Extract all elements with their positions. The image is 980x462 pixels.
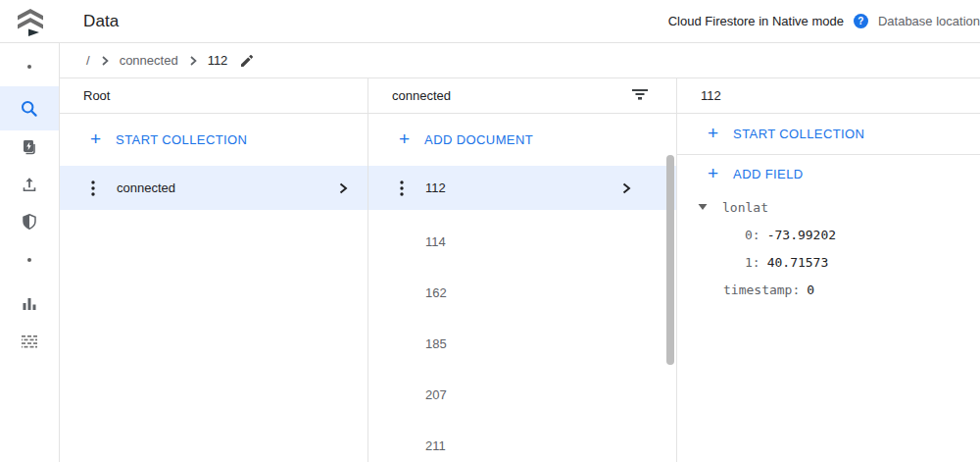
help-icon[interactable]: ? (854, 14, 868, 28)
document-row[interactable]: 162 (368, 267, 676, 318)
breadcrumb-root[interactable]: / (86, 53, 90, 68)
document-id: 112 (425, 180, 446, 195)
plus-icon: + (708, 163, 718, 184)
nav-dot-icon[interactable] (0, 47, 59, 86)
nav-extensions-item[interactable] (0, 322, 59, 361)
field-key: lonlat (722, 200, 768, 215)
panel-document-title: 112 (701, 88, 721, 103)
pencil-icon (239, 53, 255, 69)
firestore-logo (0, 4, 60, 39)
panel-document-header: 112 (677, 78, 980, 114)
breadcrumb-document[interactable]: 112 (208, 53, 228, 68)
body: / connected 112 (0, 43, 980, 462)
dot-icon (27, 65, 31, 69)
content: / connected 112 (60, 43, 980, 462)
edit-path-button[interactable] (239, 53, 255, 69)
document-list: 114 162 185 207 211 (368, 210, 676, 462)
start-collection-button[interactable]: + START COLLECTION (60, 114, 368, 166)
field-row-lonlat-1: 1: 40.71573 (677, 248, 980, 276)
search-icon (20, 99, 39, 119)
nav-upload-item[interactable] (0, 165, 59, 204)
document-row[interactable]: 114 (368, 216, 676, 267)
plus-icon: + (90, 128, 101, 150)
kebab-menu-icon[interactable] (91, 180, 95, 196)
panel-collection-header: connected (368, 78, 676, 114)
firestore-data-page: Data Cloud Firestore in Native mode ? Da… (0, 0, 980, 462)
shield-icon (21, 213, 38, 231)
nav-functions-item[interactable] (0, 128, 59, 167)
topbar: Data Cloud Firestore in Native mode ? Da… (0, 0, 980, 43)
panel-root-title: Root (83, 88, 110, 103)
panel-root-header: Root (60, 78, 368, 114)
firestore-logo-icon (13, 4, 48, 39)
field-key: timestamp: (723, 282, 800, 297)
field-value[interactable]: 40.71573 (767, 255, 829, 270)
chevron-right-icon (187, 55, 199, 67)
firestore-mode-label: Cloud Firestore in Native mode (668, 14, 844, 28)
kebab-menu-icon[interactable] (400, 180, 404, 196)
plus-icon: + (399, 128, 410, 150)
document-row-112[interactable]: 112 (368, 166, 676, 210)
nav-search-item[interactable] (0, 86, 59, 130)
chevron-right-icon (336, 181, 350, 195)
plus-icon: + (708, 123, 718, 144)
nav-usage-item[interactable] (0, 284, 59, 324)
collapse-arrow-icon[interactable] (698, 203, 708, 211)
field-row-timestamp: timestamp: 0 (677, 276, 980, 303)
document-row[interactable]: 185 (368, 318, 676, 369)
scrollbar-thumb[interactable] (666, 155, 674, 365)
chevron-right-icon (619, 181, 633, 195)
add-field-button[interactable]: + ADD FIELD (677, 155, 980, 193)
panel-document: 112 + START COLLECTION + ADD FIELD (677, 78, 980, 462)
bar-chart-icon (21, 295, 38, 313)
panel-collection: connected + ADD DOCUMENT (368, 78, 677, 462)
dot-icon (27, 258, 31, 262)
field-row-lonlat[interactable]: lonlat (677, 193, 980, 221)
field-value[interactable]: 0 (807, 282, 814, 297)
upload-icon (21, 176, 38, 193)
functions-icon (21, 138, 38, 156)
field-key: 1: (745, 255, 760, 270)
panel-root: Root + START COLLECTION connected (60, 78, 368, 462)
page-title: Data (60, 12, 119, 31)
field-row-lonlat-0: 0: -73.99202 (677, 221, 980, 248)
breadcrumb-collection[interactable]: connected (120, 53, 178, 68)
document-row[interactable]: 211 (368, 420, 676, 462)
field-value[interactable]: -73.99202 (767, 228, 836, 242)
left-nav-rail (0, 43, 60, 462)
database-location-label: Database location (878, 14, 980, 28)
collection-row-connected[interactable]: connected (60, 166, 368, 210)
filter-documents-button[interactable] (631, 85, 649, 106)
dashes-grid-icon (21, 333, 38, 350)
panel-collection-title: connected (392, 88, 451, 103)
filter-icon (631, 85, 649, 103)
breadcrumb: / connected 112 (60, 43, 980, 77)
add-document-button[interactable]: + ADD DOCUMENT (368, 114, 676, 166)
nav-rules-item[interactable] (0, 202, 59, 241)
collection-name: connected (117, 180, 175, 195)
chevron-right-icon (99, 55, 111, 67)
field-key: 0: (745, 228, 760, 242)
document-row[interactable]: 207 (368, 369, 676, 420)
nav-dot-icon-2[interactable] (0, 240, 59, 280)
topbar-right: Cloud Firestore in Native mode ? Databas… (668, 14, 980, 28)
start-subcollection-button[interactable]: + START COLLECTION (677, 114, 980, 155)
data-panels: Root + START COLLECTION connected (60, 77, 980, 462)
